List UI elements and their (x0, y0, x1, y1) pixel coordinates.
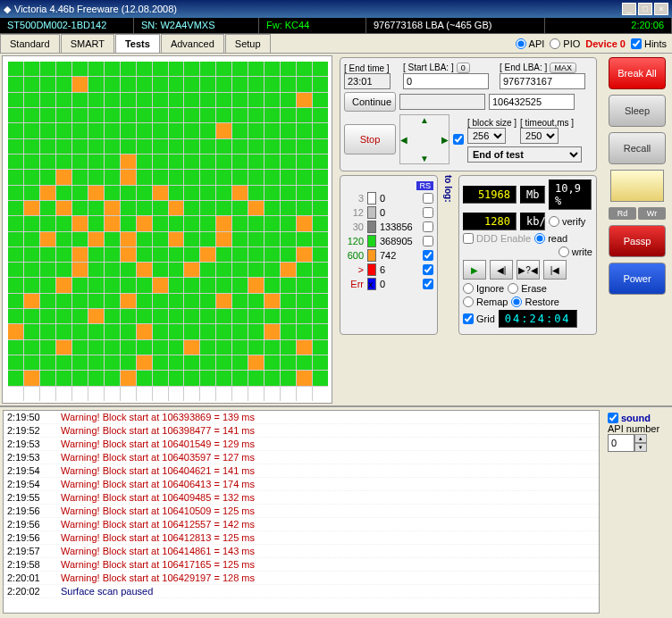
legend-row[interactable]: Errx0 (344, 278, 433, 290)
map-cell (88, 263, 104, 277)
tab-standard[interactable]: Standard (0, 34, 60, 53)
ddd-checkbox[interactable]: DDD Enable (463, 233, 531, 244)
apinum-down[interactable]: ▾ (634, 443, 647, 452)
map-cell (265, 278, 280, 292)
map-cell (216, 201, 231, 215)
map-cell (56, 355, 71, 370)
write-radio[interactable]: write (559, 246, 592, 257)
apinumber-field[interactable] (608, 434, 634, 452)
tab-smart[interactable]: SMART (61, 34, 114, 53)
arrow-down-icon[interactable]: ▼ (420, 154, 429, 163)
map-cell (297, 387, 312, 401)
timeout-label: [ timeout,ms ] (520, 118, 574, 128)
map-cell (137, 186, 152, 200)
remap-radio[interactable]: Remap (463, 296, 508, 307)
legend-row[interactable]: 30 (344, 192, 433, 205)
map-cell (137, 108, 152, 122)
legend-row[interactable]: 120 (344, 206, 433, 219)
map-cell (105, 186, 120, 200)
continue-button[interactable]: Continue (344, 92, 396, 112)
map-cell (184, 324, 199, 338)
map-cell (169, 93, 184, 107)
ignore-radio[interactable]: Ignore (463, 283, 504, 294)
map-cell (56, 278, 71, 292)
tolog-label: to log: (443, 175, 453, 338)
pio-radio[interactable]: PIO (550, 38, 580, 49)
arrow-up-icon[interactable]: ▲ (420, 115, 429, 125)
map-cell (281, 263, 296, 277)
map-cell (297, 170, 312, 184)
map-cell (200, 186, 215, 200)
map-cell (200, 77, 215, 91)
tab-setup[interactable]: Setup (225, 34, 271, 53)
hints-checkbox[interactable]: Hints (631, 38, 667, 49)
nav-checkbox[interactable] (453, 134, 464, 145)
legend-row[interactable]: 120368905 (344, 235, 433, 247)
arrow-left-icon[interactable]: ◀ (400, 135, 407, 145)
map-cell (72, 170, 88, 184)
current-lba-field[interactable] (489, 94, 575, 110)
play-button[interactable]: ▶ (463, 260, 486, 280)
recall-button[interactable]: Recall (609, 132, 666, 164)
endlba-max-button[interactable]: MAX (550, 63, 576, 73)
map-cell (248, 77, 264, 91)
map-cell (24, 123, 39, 138)
break-all-button[interactable]: Break All (609, 57, 666, 89)
verify-radio[interactable]: verify (549, 216, 585, 227)
minimize-button[interactable]: _ (622, 3, 636, 15)
close-button[interactable]: × (654, 3, 668, 15)
sleep-button[interactable]: Sleep (609, 95, 666, 127)
map-cell (105, 77, 120, 91)
map-cell (265, 93, 280, 107)
grid-checkbox[interactable]: Grid (463, 313, 495, 324)
map-cell (184, 232, 199, 246)
legend-row[interactable]: 30133856 (344, 221, 433, 233)
read-radio[interactable]: read (534, 233, 567, 244)
map-cell (184, 278, 199, 292)
seek-button[interactable]: ▶?◀ (517, 260, 540, 280)
nav-arrows[interactable]: ▲ ▼ ◀ ▶ (399, 114, 449, 164)
surface-map (2, 55, 332, 404)
power-button[interactable]: Power (609, 263, 666, 295)
map-cell (313, 170, 328, 184)
map-cell (72, 247, 88, 262)
log-row: 2:19:52Warning! Block start at 106398477… (4, 424, 599, 438)
tab-advanced[interactable]: Advanced (161, 34, 224, 53)
endtest-select[interactable]: End of test (467, 146, 582, 163)
map-cell (88, 62, 104, 76)
map-cell (121, 154, 136, 169)
map-cell (153, 186, 168, 200)
map-cell (248, 371, 264, 385)
stop-button[interactable]: Stop (344, 124, 396, 154)
map-cell (24, 77, 39, 91)
timeout-select[interactable]: 250 (520, 128, 559, 144)
map-cell (72, 355, 88, 370)
restore-radio[interactable]: Restore (511, 296, 559, 307)
map-cell (72, 93, 88, 107)
map-cell (169, 278, 184, 292)
blocksize-select[interactable]: 256 (467, 128, 506, 144)
map-cell (8, 263, 23, 277)
startlba-field[interactable] (403, 73, 489, 89)
endlba-field[interactable] (500, 73, 585, 89)
tab-tests[interactable]: Tests (115, 34, 160, 53)
arrow-right-icon[interactable]: ▶ (441, 135, 449, 145)
legend-row[interactable]: 600742 (344, 249, 433, 262)
legend-row[interactable]: >6 (344, 263, 433, 276)
step-end-button[interactable]: |◀ (543, 260, 567, 280)
api-radio[interactable]: API (516, 38, 545, 49)
step-back-button[interactable]: ◀| (490, 260, 513, 280)
device-label[interactable]: Device 0 (585, 38, 626, 49)
passp-button[interactable]: Passp (609, 225, 666, 257)
erase-radio[interactable]: Erase (508, 283, 547, 294)
map-cell (232, 324, 248, 338)
apinum-up[interactable]: ▴ (634, 434, 647, 443)
map-cell (200, 108, 215, 122)
map-cell (105, 371, 120, 385)
map-cell (8, 216, 23, 230)
map-cell (121, 387, 136, 401)
maximize-button[interactable]: □ (638, 3, 652, 15)
sound-checkbox[interactable]: sound (608, 413, 667, 423)
startlba-zero-button[interactable]: 0 (457, 63, 470, 73)
log-list[interactable]: 2:19:50Warning! Block start at 106393869… (3, 410, 600, 614)
